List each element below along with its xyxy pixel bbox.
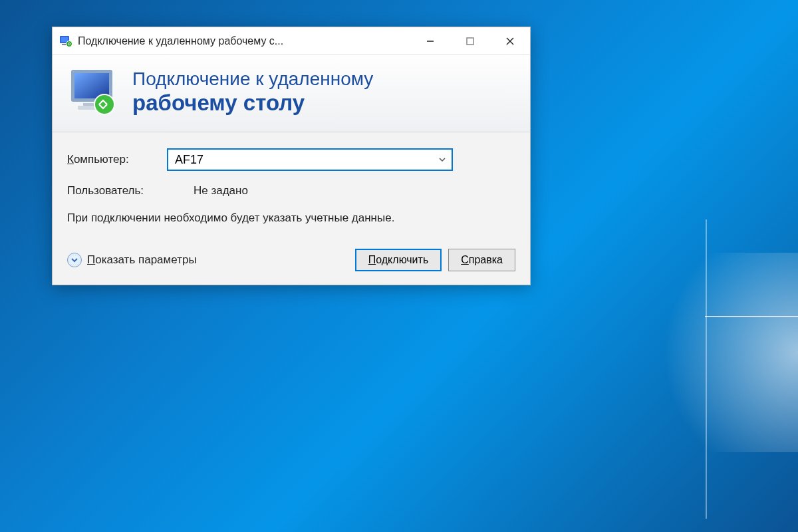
computer-combobox[interactable] xyxy=(167,148,453,171)
computer-label: Компьютер: xyxy=(67,153,167,166)
help-button[interactable]: Справка xyxy=(448,249,515,271)
credentials-hint: При подключении необходимо будет указать… xyxy=(67,211,515,226)
chevron-down-icon[interactable] xyxy=(433,150,452,170)
computer-input[interactable] xyxy=(168,153,433,167)
maximize-button[interactable] xyxy=(450,27,490,55)
footer: Показать параметры Подключить Справка xyxy=(67,249,515,271)
svg-point-3 xyxy=(66,41,72,47)
svg-rect-5 xyxy=(467,38,473,45)
connect-button[interactable]: Подключить xyxy=(355,249,442,271)
banner: Подключение к удаленному рабочему столу xyxy=(53,55,530,132)
window-controls xyxy=(410,27,530,55)
computer-row: Компьютер: xyxy=(67,148,515,171)
desktop-light-effect xyxy=(598,253,798,452)
desktop-line xyxy=(706,219,707,519)
close-button[interactable] xyxy=(490,27,530,55)
minimize-button[interactable] xyxy=(410,27,450,55)
expand-down-icon xyxy=(67,253,82,267)
user-row: Пользователь: Не задано xyxy=(67,184,515,198)
show-options-toggle[interactable]: Показать параметры xyxy=(67,253,197,267)
titlebar[interactable]: Подключение к удаленному рабочему с... xyxy=(53,27,530,55)
user-value: Не задано xyxy=(194,184,248,198)
rdp-dialog-window: Подключение к удаленному рабочему с... xyxy=(52,27,531,285)
banner-line1: Подключение к удаленному xyxy=(132,68,373,90)
window-title: Подключение к удаленному рабочему с... xyxy=(78,35,410,47)
rdp-banner-icon xyxy=(67,67,120,117)
user-label: Пользователь: xyxy=(67,184,167,198)
svg-point-13 xyxy=(94,94,114,114)
form-area: Компьютер: Пользователь: Не задано При п… xyxy=(53,132,530,285)
banner-line2: рабочему столу xyxy=(132,90,373,116)
desktop-line xyxy=(705,316,798,317)
rdp-app-icon xyxy=(59,35,72,48)
